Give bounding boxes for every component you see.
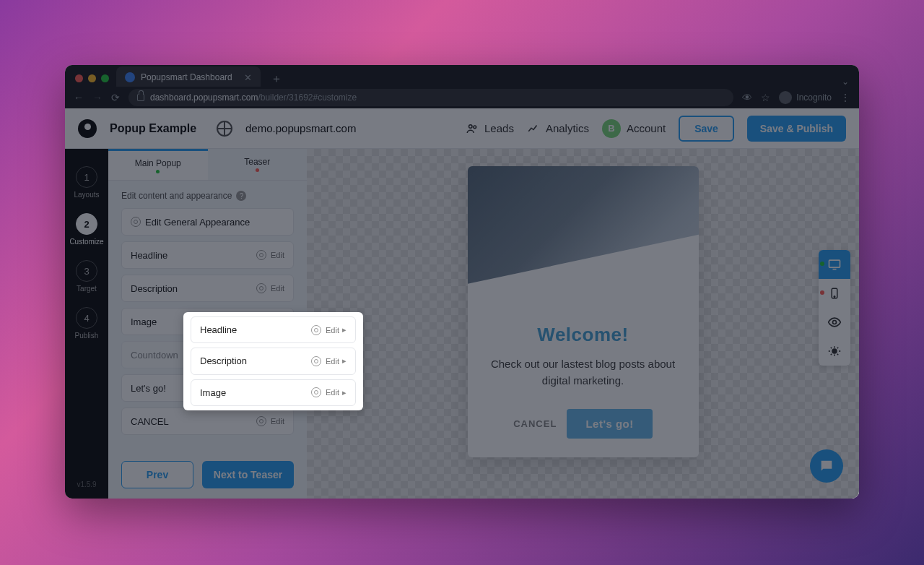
item-description-highlight[interactable]: Description Edit▸	[191, 348, 356, 374]
svg-point-5	[833, 321, 837, 324]
item-headline[interactable]: Headline Edit	[121, 241, 294, 269]
desktop-preview-button[interactable]	[819, 250, 850, 279]
address-bar[interactable]: dashboard.popupsmart.com/builder/31692#c…	[128, 89, 733, 106]
browser-chrome: Popupsmart Dashboard ✕ ＋ ⌄ ← → ⟳ dashboa…	[65, 65, 859, 108]
step-publish[interactable]: 4 Publish	[75, 307, 99, 340]
svg-point-4	[834, 296, 835, 298]
users-icon	[466, 122, 479, 135]
svg-point-1	[474, 125, 476, 128]
next-button[interactable]: Next to Teaser	[202, 461, 294, 488]
chevron-right-icon: ▸	[342, 356, 346, 366]
tab-title: Popupsmart Dashboard	[141, 72, 232, 82]
popup-go-button[interactable]: Let's go!	[567, 409, 652, 439]
item-description[interactable]: Description Edit	[121, 275, 294, 302]
step-rail: 1 Layouts 2 Customize 3 Target 4 Publish…	[65, 149, 108, 499]
project-domain[interactable]: demo.popupsmart.com	[245, 122, 356, 134]
gear-icon	[311, 325, 321, 335]
chart-icon	[527, 122, 540, 135]
status-dot-icon	[820, 262, 824, 266]
popup-cancel-button[interactable]: CANCEL	[513, 409, 557, 439]
tab-teaser[interactable]: Teaser	[208, 149, 308, 180]
svg-point-6	[832, 348, 837, 354]
tab-main-popup[interactable]: Main Popup	[108, 149, 208, 180]
chevron-right-icon: ▸	[342, 388, 346, 397]
favicon-icon	[125, 72, 135, 82]
new-tab-button[interactable]: ＋	[261, 72, 292, 87]
status-dot-icon	[256, 168, 259, 172]
status-dot-icon	[820, 290, 824, 295]
incognito-indicator[interactable]: Incognito	[779, 91, 832, 104]
version-label: v1.5.9	[77, 480, 96, 488]
gear-icon	[256, 283, 266, 293]
step-target[interactable]: 3 Target	[76, 260, 97, 293]
project-title: Popup Example	[110, 122, 196, 135]
analytics-link[interactable]: Analytics	[527, 122, 589, 135]
gear-icon	[311, 387, 321, 397]
browser-tab[interactable]: Popupsmart Dashboard ✕	[116, 66, 261, 87]
tabs-chevron-icon[interactable]: ⌄	[832, 77, 859, 87]
item-cancel[interactable]: CANCEL Edit	[121, 407, 294, 435]
edit-general-appearance[interactable]: Edit General Appearance	[121, 208, 294, 236]
popup-description: Check out our lastest blog posts about d…	[488, 356, 679, 389]
device-toolbar	[819, 250, 850, 366]
back-icon[interactable]: ←	[74, 92, 84, 103]
gear-icon	[256, 416, 266, 426]
chevron-right-icon: ▸	[342, 325, 346, 335]
debug-button[interactable]	[819, 337, 850, 366]
browser-window: Popupsmart Dashboard ✕ ＋ ⌄ ← → ⟳ dashboa…	[65, 65, 859, 499]
globe-icon	[217, 121, 232, 137]
maximize-window-icon[interactable]	[101, 74, 109, 82]
reload-icon[interactable]: ⟳	[111, 92, 120, 103]
gear-icon	[131, 217, 141, 227]
prev-button[interactable]: Prev	[121, 461, 193, 488]
minimize-window-icon[interactable]	[88, 74, 96, 82]
section-label: Edit content and appearance	[121, 191, 232, 201]
incognito-icon	[779, 91, 792, 104]
close-tab-icon[interactable]: ✕	[244, 72, 252, 83]
app-root: Popup Example demo.popupsmart.com Leads …	[65, 108, 859, 499]
account-link[interactable]: B Account	[602, 119, 666, 138]
svg-rect-2	[829, 260, 840, 267]
lock-icon	[137, 94, 144, 101]
window-controls[interactable]	[72, 74, 116, 87]
item-headline-highlight[interactable]: Headline Edit▸	[191, 316, 356, 343]
gear-icon	[311, 356, 321, 366]
menu-icon[interactable]: ⋮	[840, 92, 850, 103]
preview-canvas: ✕ Welcome! Check out our lastest blog po…	[307, 149, 859, 499]
popup-headline: Welcome!	[488, 324, 679, 346]
popup-preview[interactable]: ✕ Welcome! Check out our lastest blog po…	[468, 166, 699, 457]
highlighted-items: Headline Edit▸ Description Edit▸ Image E…	[183, 312, 363, 410]
url-text: dashboard.popupsmart.com/builder/31692#c…	[150, 92, 357, 103]
svg-point-0	[469, 124, 473, 128]
popup-image	[468, 166, 699, 311]
help-icon[interactable]: ?	[236, 191, 246, 201]
forward-icon[interactable]: →	[92, 92, 103, 103]
leads-link[interactable]: Leads	[466, 122, 514, 135]
eye-off-icon[interactable]: 👁	[742, 92, 752, 103]
chat-fab[interactable]	[810, 449, 843, 483]
brand-logo-icon[interactable]	[78, 119, 97, 138]
app-header: Popup Example demo.popupsmart.com Leads …	[65, 108, 859, 149]
avatar: B	[602, 119, 621, 138]
step-customize[interactable]: 2 Customize	[69, 213, 103, 246]
preview-eye-button[interactable]	[819, 308, 850, 337]
gear-icon	[256, 250, 266, 260]
bookmark-icon[interactable]: ☆	[761, 92, 770, 103]
item-image-highlight[interactable]: Image Edit▸	[191, 379, 356, 406]
save-button[interactable]: Save	[679, 116, 734, 142]
save-publish-button[interactable]: Save & Publish	[747, 116, 846, 142]
close-window-icon[interactable]	[75, 74, 83, 82]
status-dot-icon	[156, 170, 160, 173]
step-layouts[interactable]: 1 Layouts	[74, 166, 99, 199]
mobile-preview-button[interactable]	[819, 279, 850, 308]
